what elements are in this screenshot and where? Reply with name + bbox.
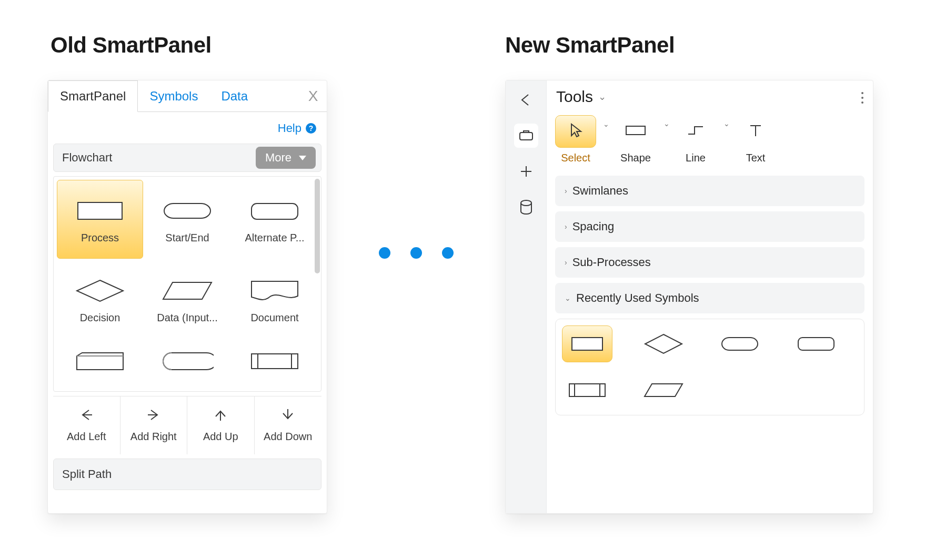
add-label: Add Down <box>264 431 312 443</box>
shape-display[interactable] <box>144 340 230 382</box>
new-title: New SmartPanel <box>505 33 675 58</box>
svg-rect-9 <box>520 133 532 140</box>
shape-process[interactable]: Process <box>57 180 143 259</box>
tools-head[interactable]: Tools ⌄ <box>556 88 864 106</box>
svg-rect-1 <box>164 203 210 218</box>
add-down-button[interactable]: Add Down <box>255 396 322 454</box>
help-link[interactable]: Help ? <box>48 112 327 139</box>
stadium-icon <box>719 333 761 354</box>
add-right-button[interactable]: Add Right <box>120 396 188 454</box>
acc-swimlanes[interactable]: › Swimlanes <box>555 176 864 206</box>
toolbox-icon[interactable] <box>514 124 538 148</box>
new-smartpanel: Tools ⌄ ⌄ Select <box>505 80 873 514</box>
add-label: Add Up <box>203 431 238 443</box>
shape-predefined[interactable] <box>232 340 318 382</box>
shapes-grid: Process Start/End Alternate P... Decisi <box>54 177 321 385</box>
shape-decision[interactable]: Decision <box>57 260 143 339</box>
group-label: Flowchart <box>62 151 112 165</box>
recent-stadium[interactable] <box>715 325 765 362</box>
acc-label: Sub-Processes <box>572 256 651 269</box>
chevron-right-icon: › <box>565 187 567 195</box>
svg-rect-2 <box>252 203 298 219</box>
recent-parallelogram[interactable] <box>638 372 689 409</box>
back-icon[interactable] <box>514 88 538 112</box>
shape-label: Decision <box>80 312 120 324</box>
shape-label: Process <box>81 232 119 244</box>
arrow-up-icon <box>214 408 227 425</box>
tool-shape[interactable]: ⌄ Shape <box>615 115 656 164</box>
recent-rect[interactable] <box>562 325 612 362</box>
add-label: Add Left <box>67 431 106 443</box>
tab-data[interactable]: Data <box>209 80 259 112</box>
diamond-icon <box>643 332 684 355</box>
svg-rect-6 <box>252 354 298 369</box>
chevron-down-icon[interactable]: ⌄ <box>663 119 670 128</box>
shape-label: Document <box>250 312 298 324</box>
nav-rail <box>506 80 547 513</box>
shape-document[interactable]: Document <box>232 260 318 339</box>
plus-icon[interactable] <box>514 159 538 184</box>
arrow-left-icon <box>79 408 93 425</box>
acc-label: Spacing <box>572 220 615 233</box>
dot-icon <box>410 247 422 259</box>
recent-predefined[interactable] <box>562 372 612 409</box>
tab-smartpanel[interactable]: SmartPanel <box>48 80 138 112</box>
step-line-icon <box>686 124 705 139</box>
tools-title: Tools <box>556 88 593 106</box>
acc-spacing[interactable]: › Spacing <box>555 211 864 242</box>
accordion: › Swimlanes › Spacing › Sub-Processes ⌄ … <box>555 176 864 415</box>
recent-diamond[interactable] <box>638 325 689 362</box>
document-icon <box>243 275 306 307</box>
add-left-button[interactable]: Add Left <box>53 396 120 454</box>
dot-icon <box>442 247 454 259</box>
db-icon[interactable] <box>514 195 538 219</box>
shapes-area: Process Start/End Alternate P... Decisi <box>53 176 321 392</box>
tool-label: Select <box>561 152 590 164</box>
scrollbar[interactable] <box>315 179 320 273</box>
shape-data-input[interactable]: Data (Input... <box>144 260 230 339</box>
shape-card[interactable] <box>57 340 143 382</box>
svg-rect-15 <box>798 338 834 350</box>
acc-recently-used[interactable]: ⌄ Recently Used Symbols <box>555 283 864 313</box>
round-rect-icon <box>243 195 306 227</box>
shape-alternate-process[interactable]: Alternate P... <box>232 180 318 259</box>
shape-start-end[interactable]: Start/End <box>144 180 230 259</box>
chevron-right-icon: › <box>565 258 567 267</box>
predefined-icon <box>243 345 306 376</box>
split-path-row[interactable]: Split Path <box>53 459 321 490</box>
chevron-down-icon <box>299 156 306 160</box>
svg-rect-11 <box>626 126 645 135</box>
shape-group-row: Flowchart More <box>53 144 321 172</box>
more-button[interactable]: More <box>256 147 316 169</box>
kebab-menu[interactable] <box>857 88 868 108</box>
tool-text[interactable]: Text <box>735 115 776 164</box>
recent-round-rect[interactable] <box>791 325 841 362</box>
arrow-right-icon <box>147 408 160 425</box>
text-icon <box>748 123 763 140</box>
svg-marker-19 <box>645 384 682 396</box>
parallelogram-icon <box>156 275 219 307</box>
svg-marker-3 <box>77 280 123 301</box>
tool-line[interactable]: ⌄ Line <box>675 115 716 164</box>
add-up-button[interactable]: Add Up <box>187 396 255 454</box>
tab-symbols[interactable]: Symbols <box>138 80 209 112</box>
tool-label: Shape <box>620 152 651 164</box>
chevron-down-icon[interactable]: ⌄ <box>603 120 609 128</box>
rect-icon <box>68 195 132 227</box>
tool-label: Line <box>686 152 706 164</box>
svg-rect-12 <box>572 338 602 350</box>
old-smartpanel: SmartPanel Symbols Data X Help ? Flowcha… <box>47 80 327 514</box>
tool-select[interactable]: ⌄ Select <box>555 115 596 164</box>
acc-sub-processes[interactable]: › Sub-Processes <box>555 247 864 278</box>
cursor-icon <box>568 122 583 141</box>
question-circle-icon: ? <box>306 123 316 134</box>
shape-label: Data (Input... <box>157 312 218 324</box>
shape-label: Alternate P... <box>245 232 304 244</box>
svg-rect-14 <box>722 338 758 350</box>
more-label: More <box>265 151 291 165</box>
parallelogram-icon <box>642 380 685 401</box>
chevron-down-icon[interactable]: ⌄ <box>723 119 730 128</box>
close-icon[interactable]: X <box>299 80 327 112</box>
diamond-icon <box>68 275 132 307</box>
chevron-right-icon: › <box>565 222 567 231</box>
